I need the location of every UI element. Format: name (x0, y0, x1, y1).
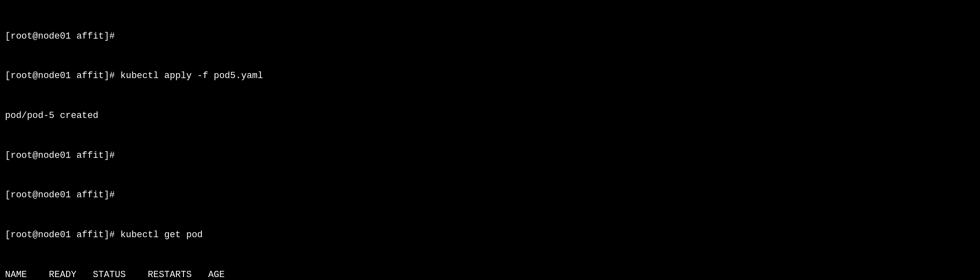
terminal-line-6: [root@node01 affit]# kubectl get pod (5, 228, 975, 242)
terminal-line-7: NAME READY STATUS RESTARTS AGE (5, 268, 975, 280)
terminal-window: [root@node01 affit]# [root@node01 affit]… (5, 3, 975, 280)
terminal-line-4: [root@node01 affit]# (5, 149, 975, 162)
terminal-line-3: pod/pod-5 created (5, 109, 975, 123)
terminal-line-1: [root@node01 affit]# (5, 30, 975, 43)
terminal-line-2: [root@node01 affit]# kubectl apply -f po… (5, 69, 975, 83)
terminal-line-5: [root@node01 affit]# (5, 189, 975, 202)
